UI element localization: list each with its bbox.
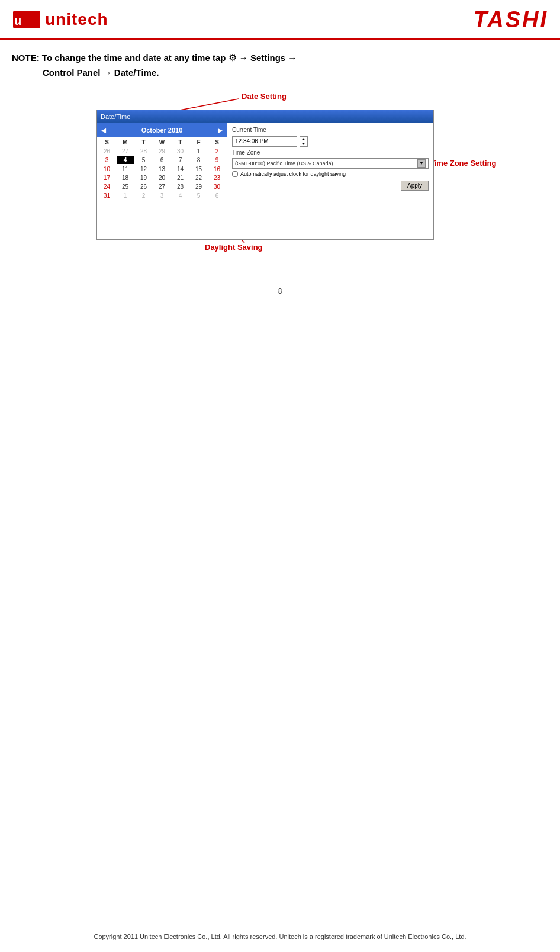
calendar-day[interactable]: 1 bbox=[117, 192, 134, 200]
timezone-dropdown[interactable]: (GMT-08:00) Pacific Time (US & Canada) ▼ bbox=[232, 158, 429, 169]
calendar-day[interactable]: 24 bbox=[98, 183, 115, 191]
calendar-day[interactable]: 28 bbox=[135, 147, 152, 155]
calendar-body: 2627282930123456789101112131415161718192… bbox=[98, 147, 226, 200]
copyright-text: Copyright 2011 Unitech Electronics Co., … bbox=[94, 933, 466, 940]
calendar-day[interactable]: 26 bbox=[135, 183, 152, 191]
calendar-day[interactable]: 6 bbox=[153, 156, 170, 164]
calendar-day[interactable]: 27 bbox=[117, 147, 134, 155]
unitech-text: unitech bbox=[45, 10, 108, 29]
timezone-value: (GMT-08:00) Pacific Time (US & Canada) bbox=[235, 160, 333, 166]
calendar-day[interactable]: 4 bbox=[117, 156, 134, 164]
calendar-grid: S M T W T F S 26272829301234567891011121… bbox=[97, 137, 227, 201]
cal-day-m: M bbox=[117, 139, 134, 146]
calendar-day[interactable]: 30 bbox=[172, 147, 189, 155]
calendar-day[interactable]: 1 bbox=[190, 147, 207, 155]
calendar-day[interactable]: 22 bbox=[190, 174, 207, 182]
cal-day-f: F bbox=[190, 139, 207, 146]
calendar-day[interactable]: 13 bbox=[153, 165, 170, 173]
footer: Copyright 2011 Unitech Electronics Co., … bbox=[0, 928, 560, 940]
calendar-day[interactable]: 20 bbox=[153, 174, 170, 182]
prev-month-button[interactable]: ◄ bbox=[99, 126, 108, 135]
calendar-day[interactable]: 27 bbox=[153, 183, 170, 191]
calendar-day[interactable]: 8 bbox=[190, 156, 207, 164]
note-text-settings: Settings → bbox=[250, 53, 297, 63]
note-section: NOTE: To change the time and date at any… bbox=[0, 40, 560, 86]
calendar-day[interactable]: 5 bbox=[135, 156, 152, 164]
note-text-part3: Control Panel → Date/Time. bbox=[12, 66, 548, 80]
dialog-titlebar: Date/Time bbox=[97, 110, 433, 123]
calendar-day[interactable]: 30 bbox=[208, 183, 226, 191]
daylight-saving-text: Automatically adjust clock for daylight … bbox=[240, 171, 346, 177]
calendar-day[interactable]: 17 bbox=[98, 174, 115, 182]
page-header: u unitech TASHI bbox=[0, 0, 560, 40]
calendar-row: 31123456 bbox=[98, 192, 226, 200]
cal-day-t2: T bbox=[172, 139, 189, 146]
calendar-day[interactable]: 29 bbox=[190, 183, 207, 191]
calendar-day[interactable]: 21 bbox=[172, 174, 189, 182]
calendar-day[interactable]: 2 bbox=[208, 147, 226, 155]
calendar-day[interactable]: 3 bbox=[98, 156, 115, 164]
calendar-day[interactable]: 10 bbox=[98, 165, 115, 173]
calendar-header: ◄ October 2010 ► bbox=[97, 123, 227, 137]
calendar-day[interactable]: 16 bbox=[208, 165, 226, 173]
time-row: ▲ ▼ bbox=[232, 136, 429, 147]
calendar-row: 10111213141516 bbox=[98, 165, 226, 173]
calendar-day[interactable]: 29 bbox=[153, 147, 170, 155]
note-arrow1: → bbox=[239, 53, 250, 63]
calendar-day[interactable]: 31 bbox=[98, 192, 115, 200]
calendar-day[interactable]: 6 bbox=[208, 192, 226, 200]
calendar-day[interactable]: 2 bbox=[135, 192, 152, 200]
page-number: 8 bbox=[0, 287, 560, 295]
daylight-saving-checkbox[interactable] bbox=[232, 171, 238, 177]
time-spin-button[interactable]: ▲ ▼ bbox=[300, 136, 308, 147]
svg-text:u: u bbox=[14, 14, 21, 27]
current-time-label: Current Time bbox=[232, 127, 429, 133]
daylight-saving-label: Daylight Saving bbox=[205, 243, 263, 252]
dialog-title: Date/Time bbox=[101, 113, 130, 120]
time-input[interactable] bbox=[232, 136, 297, 147]
calendar-day[interactable]: 12 bbox=[135, 165, 152, 173]
calendar-day[interactable]: 9 bbox=[208, 156, 226, 164]
timezone-dropdown-arrow: ▼ bbox=[417, 159, 426, 168]
calendar-row: 3456789 bbox=[98, 156, 226, 164]
calendar-day[interactable]: 5 bbox=[190, 192, 207, 200]
calendar-day[interactable]: 28 bbox=[172, 183, 189, 191]
calendar-days-header: S M T W T F S bbox=[98, 139, 226, 146]
calendar-day[interactable]: 15 bbox=[190, 165, 207, 173]
calendar-day[interactable]: 7 bbox=[172, 156, 189, 164]
calendar-row: 17181920212223 bbox=[98, 174, 226, 182]
datetime-dialog: Date/Time ◄ October 2010 ► S M T W bbox=[96, 110, 434, 240]
calendar-day[interactable]: 23 bbox=[208, 174, 226, 182]
timezone-setting-label: Time Zone Setting bbox=[430, 159, 496, 168]
apply-button[interactable]: Apply bbox=[401, 181, 429, 191]
calendar-day[interactable]: 14 bbox=[172, 165, 189, 173]
spin-down-icon[interactable]: ▼ bbox=[300, 141, 307, 146]
unitech-logo: u unitech bbox=[12, 6, 108, 33]
daylight-saving-row: Automatically adjust clock for daylight … bbox=[232, 171, 429, 177]
dialog-body: ◄ October 2010 ► S M T W T F S bbox=[97, 123, 433, 239]
calendar-day[interactable]: 4 bbox=[172, 192, 189, 200]
cal-day-t1: T bbox=[135, 139, 152, 146]
calendar-panel: ◄ October 2010 ► S M T W T F S bbox=[97, 123, 227, 239]
calendar-row: 24252627282930 bbox=[98, 183, 226, 191]
settings-icon-placeholder: ⚙ bbox=[228, 53, 237, 63]
calendar-day[interactable]: 11 bbox=[117, 165, 134, 173]
diagram-area: Date Setting Time Setting Time Zone Sett… bbox=[37, 92, 523, 275]
cal-day-s2: S bbox=[208, 139, 226, 146]
cal-day-s1: S bbox=[98, 139, 115, 146]
time-panel: Current Time ▲ ▼ Time Zone (GMT-08:00) P… bbox=[227, 123, 433, 239]
note-label: NOTE: bbox=[12, 53, 42, 63]
unitech-logo-icon: u bbox=[12, 6, 41, 33]
calendar-row: 262728293012 bbox=[98, 147, 226, 155]
calendar-day[interactable]: 18 bbox=[117, 174, 134, 182]
spin-up-icon[interactable]: ▲ bbox=[300, 137, 307, 141]
calendar-day[interactable]: 25 bbox=[117, 183, 134, 191]
tashi-logo: TASHI bbox=[474, 7, 548, 33]
calendar-day[interactable]: 3 bbox=[153, 192, 170, 200]
calendar-day[interactable]: 26 bbox=[98, 147, 115, 155]
calendar-day[interactable]: 19 bbox=[135, 174, 152, 182]
next-month-button[interactable]: ► bbox=[216, 126, 224, 135]
calendar-month-year: October 2010 bbox=[141, 127, 183, 134]
date-setting-label: Date Setting bbox=[242, 92, 287, 101]
cal-day-w: W bbox=[153, 139, 170, 146]
